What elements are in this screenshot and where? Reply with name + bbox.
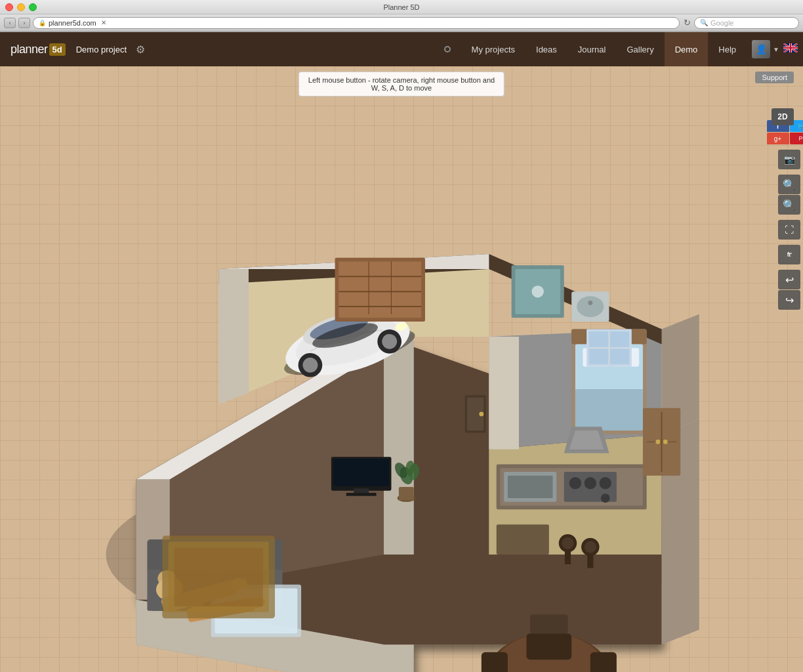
search-field[interactable]: 🔍 Google	[694, 17, 799, 29]
svg-rect-64	[527, 633, 572, 660]
language-flag[interactable]	[783, 43, 798, 55]
page-reload-button[interactable]: ↻	[682, 18, 691, 28]
nav-demo[interactable]: Demo	[665, 32, 709, 66]
logo-area: planner 5d Demo project ⚙	[0, 43, 155, 56]
nav-gallery-label: Gallery	[627, 45, 653, 54]
svg-rect-31	[339, 262, 421, 318]
ssl-icon: 🔒	[39, 20, 46, 26]
svg-point-104	[655, 440, 660, 444]
svg-rect-92	[354, 488, 369, 493]
os-chrome: Planner 5D ‹ › 🔒 planner5d.com ✕ ↻ 🔍 Goo…	[0, 0, 803, 32]
svg-rect-91	[333, 459, 389, 486]
redo-button[interactable]: ↪	[778, 290, 800, 310]
2d-label: 2D	[777, 112, 787, 121]
floorplan-container	[39, 119, 728, 672]
pinterest-button[interactable]: P	[790, 133, 804, 144]
units-label: ft'	[787, 251, 792, 258]
address-bar-row: ‹ › 🔒 planner5d.com ✕ ↻ 🔍 Google	[0, 14, 803, 32]
svg-point-41	[577, 296, 604, 317]
canvas-area[interactable]	[0, 66, 803, 672]
svg-point-100	[479, 411, 484, 416]
nav-ideas-label: Ideas	[536, 45, 557, 54]
svg-rect-65	[530, 615, 567, 634]
close-button[interactable]	[5, 3, 13, 11]
nav-my-projects[interactable]: My projects	[461, 32, 525, 66]
nav-demo-label: Demo	[675, 45, 698, 54]
units-tools: ft'	[778, 245, 800, 264]
nav-help-label: Help	[718, 45, 736, 54]
svg-point-113	[585, 541, 596, 553]
pinterest-icon: P	[798, 135, 802, 142]
nav-ideas[interactable]: Ideas	[525, 32, 567, 66]
logo-text: planner	[10, 43, 48, 56]
history-tools: ↩ ↪	[778, 270, 800, 310]
svg-rect-93	[346, 493, 377, 496]
project-name: Demo project	[76, 45, 127, 54]
user-avatar[interactable]: 👤	[752, 40, 770, 58]
camera-tools: 📷	[778, 150, 800, 169]
svg-rect-85	[399, 487, 414, 501]
forward-button[interactable]: ›	[18, 18, 30, 28]
svg-point-53	[585, 477, 596, 489]
zoom-in-button[interactable]: 🔍	[778, 175, 800, 194]
units-button[interactable]: ft'	[778, 245, 800, 264]
back-button[interactable]: ‹	[4, 18, 16, 28]
svg-point-105	[663, 440, 668, 444]
2d-view-button[interactable]: 2D	[772, 108, 794, 125]
svg-marker-15	[384, 333, 414, 555]
traffic-lights[interactable]	[5, 3, 37, 11]
settings-icon[interactable]: ⚙	[136, 43, 145, 56]
zoom-in-icon: 🔍	[783, 178, 796, 191]
nav-journal[interactable]: Journal	[567, 32, 617, 66]
svg-rect-66	[482, 652, 508, 672]
address-field[interactable]: 🔒 planner5d.com ✕	[33, 17, 680, 29]
nav-help[interactable]: Help	[708, 32, 747, 66]
svg-marker-16	[489, 337, 519, 450]
redo-icon: ↪	[785, 294, 794, 306]
floorplan-svg	[39, 119, 728, 672]
svg-point-39	[532, 285, 544, 297]
svg-rect-48	[575, 389, 643, 430]
user-dropdown-arrow[interactable]: ▼	[773, 46, 779, 53]
reload-button[interactable]: ✕	[99, 18, 108, 28]
nav-my-projects-label: My projects	[472, 45, 515, 54]
undo-button[interactable]: ↩	[778, 270, 800, 289]
twitter-icon: 🐦	[797, 123, 803, 129]
undo-icon: ↩	[785, 274, 794, 286]
screenshot-button[interactable]: 📷	[778, 150, 800, 169]
svg-rect-57	[508, 476, 553, 498]
googleplus-icon: g+	[774, 135, 781, 142]
view-tools: ⛶	[778, 220, 800, 240]
svg-rect-111	[565, 551, 571, 564]
right-sidebar: f 🐦 g+ P 📷 🔍	[775, 70, 803, 314]
minimize-button[interactable]	[17, 3, 25, 11]
user-area: 👤 ▼	[747, 40, 803, 58]
maximize-button[interactable]	[29, 3, 37, 11]
fullscreen-button[interactable]: ⛶	[778, 220, 800, 240]
zoom-tools: 🔍 🔍	[778, 175, 800, 215]
support-button[interactable]: Support	[755, 72, 794, 83]
svg-point-52	[569, 477, 581, 489]
search-label: Google	[710, 19, 733, 27]
fullscreen-icon: ⛶	[785, 224, 794, 235]
zoom-out-button[interactable]: 🔍	[778, 195, 800, 215]
tooltip-line2: W, S, A, D to move	[371, 84, 432, 92]
nav-gallery[interactable]: Gallery	[616, 32, 664, 66]
nav-journal-label: Journal	[578, 45, 606, 54]
window-title: Planner 5D	[383, 3, 419, 11]
svg-marker-59	[569, 430, 604, 450]
svg-point-110	[562, 537, 573, 549]
title-bar: Planner 5D	[0, 0, 803, 14]
status-dot	[444, 46, 451, 52]
svg-rect-67	[590, 652, 617, 672]
nav-links: My projects Ideas Journal Gallery Demo H…	[461, 32, 747, 66]
svg-rect-114	[587, 555, 593, 568]
search-icon: 🔍	[700, 19, 708, 26]
logo[interactable]: planner 5d	[10, 43, 66, 56]
app-wrapper: planner 5d Demo project ⚙ My projects Id…	[0, 32, 803, 672]
svg-rect-108	[175, 548, 263, 606]
tooltip-line1: Left mouse button - rotate camera, right…	[308, 76, 495, 84]
svg-rect-115	[497, 524, 549, 555]
googleplus-button[interactable]: g+	[767, 133, 789, 144]
logo-badge: 5d	[49, 43, 66, 56]
